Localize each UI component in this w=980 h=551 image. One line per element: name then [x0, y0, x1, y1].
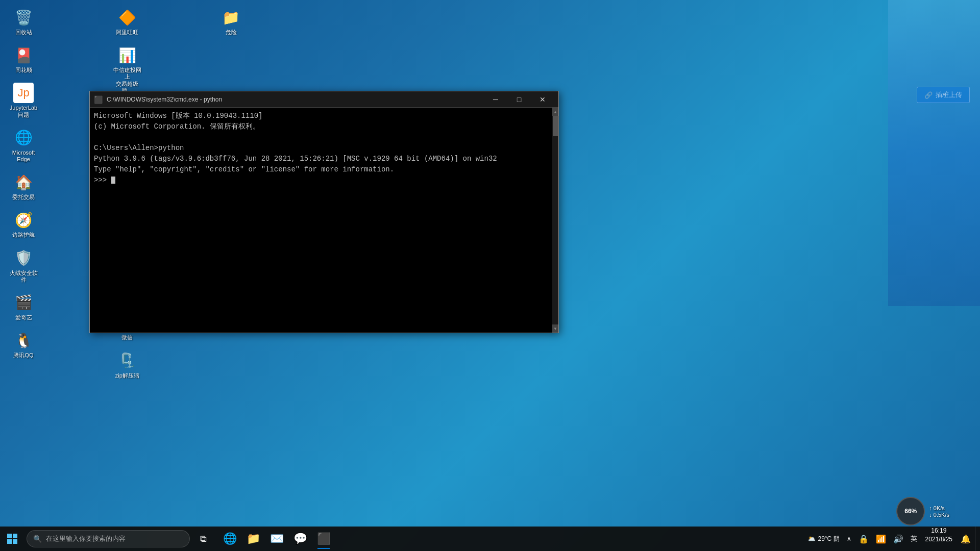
taskbar-explorer-button[interactable]: 📁: [242, 528, 264, 550]
cmd-body: Microsoft Windows [版本 10.0.19043.1110] (…: [90, 108, 558, 333]
download-speed: ↓ 0.5K/s: [929, 512, 949, 518]
upload-value: 0K/s: [934, 505, 945, 511]
clock-button[interactable]: 16:19 2021/8/25: [921, 527, 957, 551]
desktop-icon-jupyter[interactable]: Jp JupyterLab问题: [5, 81, 42, 120]
cmd-title: C:\WINDOWS\system32\cmd.exe - python: [107, 96, 484, 103]
clock-time: 16:19: [931, 527, 946, 535]
icon-label: 回收站: [15, 29, 32, 36]
taskbar-edge-button[interactable]: 🌐: [218, 528, 241, 550]
firewall-icon: 🛡️: [13, 248, 34, 268]
cmd-content[interactable]: Microsoft Windows [版本 10.0.19043.1110] (…: [90, 108, 552, 333]
notification-icon: 🔔: [961, 534, 971, 544]
zip-icon: 🗜️: [117, 350, 137, 371]
start-button[interactable]: [0, 527, 24, 551]
icon-label: 火绒安全软件: [7, 270, 40, 283]
taskbar-search[interactable]: 🔍 在这里输入你要搜索的内容: [27, 530, 190, 547]
alibaba-icon: 🔶: [117, 7, 137, 28]
desktop-icon-roadnav[interactable]: 🧭 边路护航: [5, 208, 42, 240]
iqiyi-icon: 🎬: [13, 292, 34, 313]
desktop-icon-danger[interactable]: 📁 危险: [213, 5, 250, 38]
wifi-tray-button[interactable]: 📶: [873, 527, 889, 551]
icon-label: 委托交易: [12, 194, 35, 201]
taskbar-cmd-button[interactable]: ⬛: [312, 528, 335, 550]
taskbar-cmd-icon: ⬛: [317, 532, 331, 545]
task-view-icon: ⧉: [200, 534, 207, 544]
icon-label: 微信: [121, 334, 133, 341]
desktop-icon-iqiyi[interactable]: 🎬 爱奇艺: [5, 290, 42, 323]
language-label: 英: [911, 534, 917, 543]
network-tray-button[interactable]: 🔒: [855, 527, 872, 551]
desktop-icon-recycle[interactable]: 🗑️ 回收站: [5, 5, 42, 38]
desktop-icon-qq[interactable]: 🐧 腾讯QQ: [5, 328, 42, 361]
icon-label: 腾讯QQ: [13, 352, 33, 359]
taskbar-mail-button[interactable]: ✉️: [265, 528, 288, 550]
clock-date: 2021/8/25: [925, 535, 952, 544]
edge-icon: 🌐: [13, 128, 34, 148]
scrollbar-track[interactable]: [552, 116, 558, 324]
icon-label: 同花顺: [15, 67, 32, 73]
close-button[interactable]: ✕: [531, 91, 554, 108]
cmd-icon: ⬛: [94, 95, 103, 104]
tray-expand-button[interactable]: ∧: [844, 527, 854, 551]
weather-section[interactable]: 🌥️ 29°C 阴: [805, 527, 842, 551]
scrollbar-thumb[interactable]: [553, 116, 558, 136]
cmd-titlebar: ⬛ C:\WINDOWS\system32\cmd.exe - python ─…: [90, 91, 558, 108]
taskbar-pinned-icons: 🌐 📁 ✉️ 💬 ⬛: [218, 528, 335, 550]
icon-label: 危险: [226, 29, 237, 36]
desktop-icon-tonghq[interactable]: 🎴 同花顺: [5, 43, 42, 76]
scrollbar-up-button[interactable]: ▲: [552, 108, 558, 116]
icon-label: JupyterLab问题: [10, 105, 37, 118]
icon-label: zip解压缩: [115, 372, 139, 379]
minimize-button[interactable]: ─: [484, 91, 507, 108]
taskbar-wechat-button[interactable]: 💬: [289, 528, 311, 550]
desktop-icon-stock[interactable]: 📊 中信建投网上交易超级版...: [109, 43, 145, 96]
taskbar-edge-icon: 🌐: [223, 532, 237, 545]
cmd-scrollbar[interactable]: ▲ ▼: [552, 108, 558, 333]
weather-icon: 🌥️: [808, 535, 816, 542]
danger-folder-icon: 📁: [221, 7, 241, 28]
icon-label: 爱奇艺: [15, 314, 32, 321]
maximize-button[interactable]: □: [507, 91, 531, 108]
network-widget: 66% ↑ 0K/s ↓ 0.5K/s: [896, 497, 949, 525]
search-icon: 🔍: [33, 535, 42, 543]
desktop-icon-commission[interactable]: 🏠 委托交易: [5, 170, 42, 203]
desktop-icon-alibaba[interactable]: 🔶 阿里旺旺: [109, 5, 145, 38]
commission-icon: 🏠: [13, 172, 34, 192]
network-tray-icon: 🔒: [859, 534, 869, 544]
roadnav-icon: 🧭: [13, 210, 34, 230]
language-button[interactable]: 英: [908, 527, 920, 551]
icon-label: 阿里旺旺: [116, 29, 138, 36]
qq-icon: 🐧: [13, 330, 34, 350]
weather-info: 🌥️ 29°C 阴: [808, 535, 839, 543]
recycle-bin-icon: 🗑️: [13, 7, 34, 28]
desktop-icon-zip[interactable]: 🗜️ zip解压缩: [109, 348, 145, 381]
desktop-icon-edge[interactable]: 🌐 MicrosoftEdge: [5, 126, 42, 165]
upload-speed: ↑ 0K/s: [929, 505, 949, 511]
cursor: [111, 177, 115, 184]
show-desktop-button[interactable]: [975, 527, 978, 551]
windows-logo-icon: [7, 534, 17, 544]
cpu-circle: 66%: [896, 497, 925, 525]
tong-hq-icon: 🎴: [13, 45, 34, 65]
speed-info: ↑ 0K/s ↓ 0.5K/s: [929, 505, 949, 518]
desktop-icon-firewall[interactable]: 🛡️ 火绒安全软件: [5, 246, 42, 285]
taskbar-wechat-icon: 💬: [293, 532, 307, 545]
cmd-window[interactable]: ⬛ C:\WINDOWS\system32\cmd.exe - python ─…: [89, 91, 559, 333]
scrollbar-down-button[interactable]: ▼: [552, 324, 558, 333]
weather-temp: 29°C 阴: [818, 535, 839, 543]
cmd-controls: ─ □ ✕: [484, 91, 554, 108]
task-view-button[interactable]: ⧉: [192, 528, 214, 550]
icon-label: 边路护航: [12, 232, 35, 238]
notification-button[interactable]: 🔔: [958, 527, 974, 551]
download-arrow: ↓: [929, 512, 932, 518]
stock-icon: 📊: [117, 45, 137, 65]
desktop: 🗑️ 回收站 🎴 同花顺 Jp JupyterLab问题 🌐 Microsoft…: [0, 0, 980, 551]
taskbar-right: 🌥️ 29°C 阴 ∧ 🔒 📶 🔊 英: [805, 527, 980, 551]
volume-tray-button[interactable]: 🔊: [890, 527, 906, 551]
right-decorative-panel: [888, 0, 980, 306]
cpu-percent: 66%: [904, 508, 917, 515]
taskbar: 🔍 在这里输入你要搜索的内容 ⧉ 🌐 📁 ✉️ 💬 ⬛: [0, 527, 980, 551]
taskbar-explorer-icon: 📁: [247, 532, 260, 545]
wifi-icon: 📶: [876, 534, 886, 544]
download-value: 0.5K/s: [934, 512, 949, 518]
